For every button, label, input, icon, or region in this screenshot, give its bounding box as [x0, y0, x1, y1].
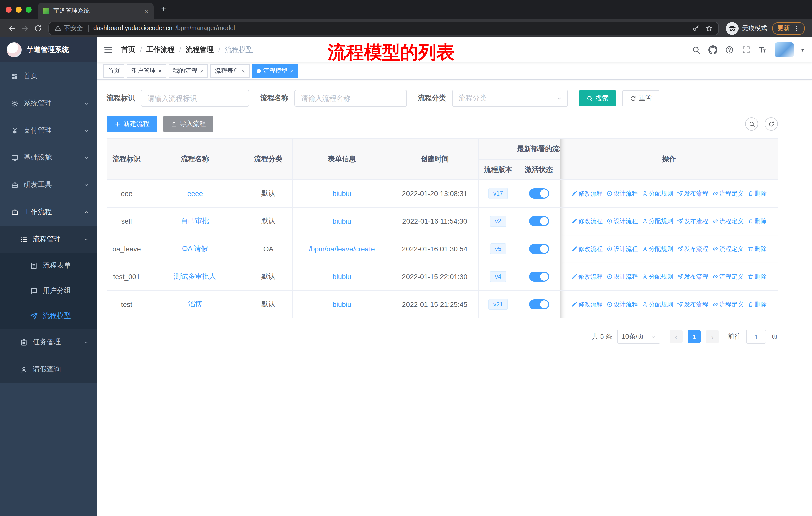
action-definition[interactable]: 流程定义: [712, 217, 744, 225]
tag-my-process[interactable]: 我的流程×: [169, 64, 208, 77]
active-toggle[interactable]: [529, 216, 549, 226]
page-1-button[interactable]: 1: [688, 330, 701, 343]
sidebar-item-process-manage[interactable]: 流程管理: [0, 226, 97, 253]
sidebar-item-infra[interactable]: 基础设施: [0, 144, 97, 171]
action-delete[interactable]: 删除: [748, 300, 767, 309]
action-delete[interactable]: 删除: [748, 189, 767, 198]
tab-close-icon[interactable]: ×: [144, 7, 148, 15]
new-tab-button[interactable]: +: [161, 4, 166, 14]
fullscreen-icon[interactable]: [742, 45, 751, 54]
import-process-button[interactable]: 导入流程: [163, 116, 213, 132]
next-page-button[interactable]: ›: [706, 330, 719, 343]
action-definition[interactable]: 流程定义: [712, 272, 744, 281]
reload-button[interactable]: [31, 24, 44, 32]
action-delete[interactable]: 删除: [748, 245, 767, 253]
sidebar-item-process-model[interactable]: 流程模型: [0, 303, 97, 329]
close-icon[interactable]: ×: [200, 68, 203, 74]
process-key-input[interactable]: [141, 90, 249, 107]
tag-process-model[interactable]: 流程模型×: [252, 64, 298, 77]
bookmark-star-icon[interactable]: [705, 24, 713, 32]
browser-tab[interactable]: 芋道管理系统 ×: [38, 2, 153, 19]
action-design[interactable]: 设计流程: [607, 300, 638, 309]
sidebar-item-workflow[interactable]: 工作流程: [0, 198, 97, 226]
address-bar[interactable]: 不安全 dashboard.yudao.iocoder.cn/bpm/manag…: [48, 21, 719, 35]
active-toggle[interactable]: [529, 188, 549, 198]
back-button[interactable]: [5, 24, 18, 32]
reset-button[interactable]: 重置: [622, 90, 660, 106]
security-chip[interactable]: 不安全: [54, 24, 83, 32]
sidebar-item-task-manage[interactable]: 任务管理: [0, 329, 97, 356]
action-publish[interactable]: 发布流程: [677, 189, 708, 198]
action-definition[interactable]: 流程定义: [712, 245, 744, 253]
action-design[interactable]: 设计流程: [607, 272, 638, 281]
action-assign-rule[interactable]: 分配规则: [642, 245, 673, 253]
breadcrumb-workflow[interactable]: 工作流程: [146, 45, 175, 54]
action-publish[interactable]: 发布流程: [677, 300, 708, 309]
tag-tenant-manage[interactable]: 租户管理×: [127, 64, 166, 77]
breadcrumb-home[interactable]: 首页: [121, 45, 136, 54]
action-edit[interactable]: 修改流程: [571, 245, 603, 253]
tag-home[interactable]: 首页: [103, 64, 124, 77]
form-link[interactable]: /bpm/oa/leave/create: [309, 245, 375, 253]
prev-page-button[interactable]: ‹: [670, 330, 683, 343]
window-minimize-button[interactable]: [16, 6, 22, 12]
action-assign-rule[interactable]: 分配规则: [642, 189, 673, 198]
action-design[interactable]: 设计流程: [607, 217, 638, 225]
process-name-link[interactable]: 自己审批: [181, 217, 209, 225]
sidebar-item-process-form[interactable]: 流程表单: [0, 253, 97, 278]
forward-button[interactable]: [18, 24, 31, 32]
active-toggle[interactable]: [529, 244, 549, 254]
goto-page-input[interactable]: [746, 330, 766, 344]
process-name-input[interactable]: [294, 90, 407, 107]
refresh-table-button[interactable]: [765, 117, 778, 131]
action-assign-rule[interactable]: 分配规则: [642, 272, 673, 281]
process-name-link[interactable]: eeee: [187, 189, 203, 197]
hamburger-icon[interactable]: [103, 45, 118, 55]
font-size-icon[interactable]: [758, 45, 767, 54]
action-publish[interactable]: 发布流程: [677, 272, 708, 281]
action-edit[interactable]: 修改流程: [571, 217, 603, 225]
action-delete[interactable]: 删除: [748, 217, 767, 225]
action-definition[interactable]: 流程定义: [712, 189, 744, 198]
search-icon[interactable]: [692, 45, 701, 54]
active-toggle[interactable]: [529, 272, 549, 282]
action-edit[interactable]: 修改流程: [571, 300, 603, 309]
action-assign-rule[interactable]: 分配规则: [642, 300, 673, 309]
more-vertical-icon[interactable]: ⋮: [793, 24, 800, 32]
category-select[interactable]: 流程分类: [452, 90, 568, 107]
sidebar-item-payment[interactable]: 支付管理: [0, 117, 97, 144]
breadcrumb-process-manage[interactable]: 流程管理: [186, 45, 214, 54]
action-edit[interactable]: 修改流程: [571, 189, 603, 198]
active-toggle[interactable]: [529, 299, 549, 309]
page-size-select[interactable]: 10条/页: [617, 330, 661, 344]
action-delete[interactable]: 删除: [748, 272, 767, 281]
sidebar-item-user-group[interactable]: 用户分组: [0, 278, 97, 303]
action-publish[interactable]: 发布流程: [677, 245, 708, 253]
avatar[interactable]: [775, 42, 794, 57]
process-name-link[interactable]: 测试多审批人: [174, 272, 216, 280]
window-close-button[interactable]: [5, 6, 11, 12]
close-icon[interactable]: ×: [290, 68, 293, 74]
process-name-link[interactable]: OA 请假: [182, 244, 208, 252]
form-link[interactable]: biubiu: [332, 273, 351, 281]
sidebar-item-system[interactable]: 系统管理: [0, 90, 97, 117]
action-publish[interactable]: 发布流程: [677, 217, 708, 225]
tag-process-form[interactable]: 流程表单×: [210, 64, 250, 77]
form-link[interactable]: biubiu: [332, 300, 351, 308]
form-link[interactable]: biubiu: [332, 217, 351, 225]
search-button[interactable]: 搜索: [579, 90, 616, 106]
action-assign-rule[interactable]: 分配规则: [642, 217, 673, 225]
action-design[interactable]: 设计流程: [607, 189, 638, 198]
window-zoom-button[interactable]: [26, 6, 32, 12]
form-link[interactable]: biubiu: [332, 189, 351, 197]
browser-update-button[interactable]: 更新 ⋮: [772, 22, 805, 34]
sidebar-item-home[interactable]: 首页: [0, 62, 97, 90]
question-icon[interactable]: [725, 45, 734, 54]
action-definition[interactable]: 流程定义: [712, 300, 744, 309]
github-icon[interactable]: [708, 45, 717, 54]
action-edit[interactable]: 修改流程: [571, 272, 603, 281]
action-design[interactable]: 设计流程: [607, 245, 638, 253]
close-icon[interactable]: ×: [242, 68, 245, 74]
create-process-button[interactable]: 新建流程: [107, 116, 157, 132]
sidebar-item-devtools[interactable]: 研发工具: [0, 171, 97, 198]
